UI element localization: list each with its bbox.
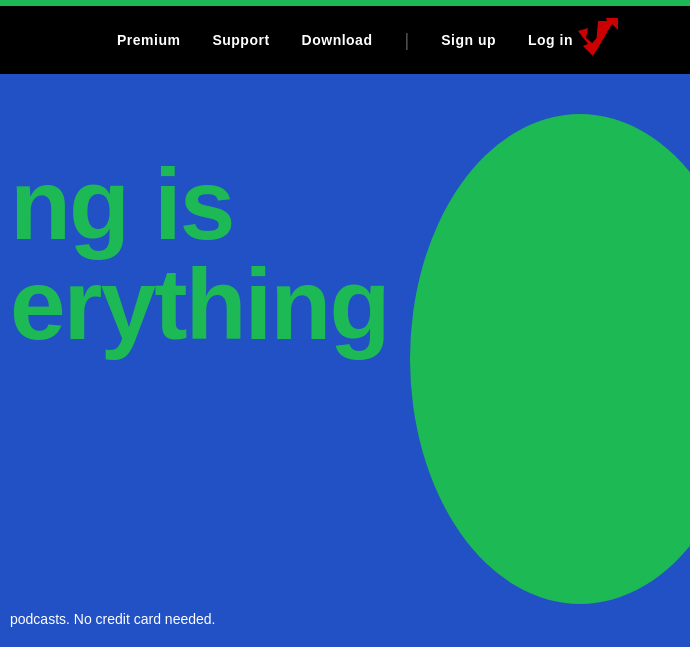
hero-text-container: ng is erything <box>0 154 388 354</box>
nav-link-premium[interactable]: Premium <box>117 32 180 48</box>
nav-link-signup[interactable]: Sign up <box>441 32 496 48</box>
red-arrow-annotation <box>568 16 618 65</box>
nav-divider: | <box>404 30 409 51</box>
hero-section: ng is erything podcasts. No credit card … <box>0 74 690 647</box>
hero-green-circle <box>410 114 690 604</box>
hero-text-line2: erything <box>10 254 388 354</box>
nav-links: Premium Support Download | Sign up Log i… <box>117 30 573 51</box>
nav-link-login[interactable]: Log in <box>528 32 573 48</box>
nav-link-support[interactable]: Support <box>212 32 269 48</box>
hero-text-line1: ng is <box>10 154 388 254</box>
nav-link-download[interactable]: Download <box>302 32 373 48</box>
hero-subtext: podcasts. No credit card needed. <box>10 611 215 627</box>
navbar: Premium Support Download | Sign up Log i… <box>0 6 690 74</box>
